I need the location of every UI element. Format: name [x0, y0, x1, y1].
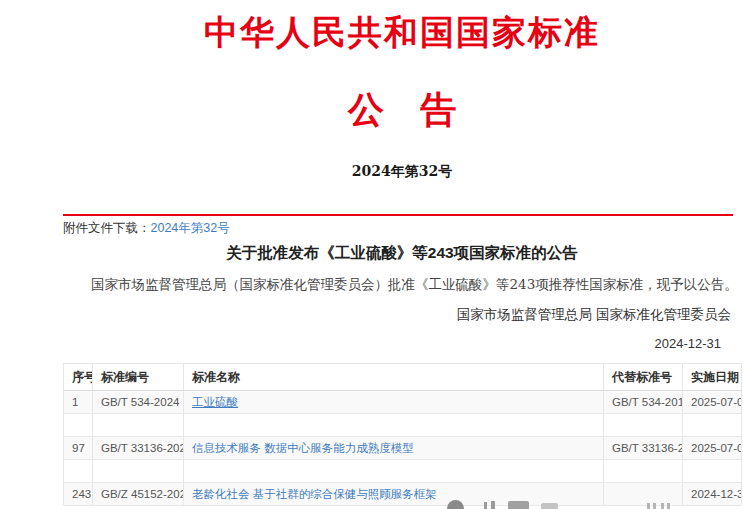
cell-replaces [604, 483, 683, 506]
notice-body: 国家市场监督管理总局（国家标准化管理委员会）批准《工业硫酸》等243项推荐性国家… [63, 275, 741, 293]
attachment-download-link[interactable]: 2024年第32号 [151, 221, 230, 235]
cell-code: GB/Z 45152-2024 [93, 483, 184, 506]
col-header-name: 标准名称 [184, 364, 604, 391]
page-title: 中华人民共和国国家标准 [33, 10, 743, 56]
cell-replaces [604, 414, 683, 437]
cell-date: 2025-07-01 [683, 391, 742, 414]
table-row-empty [64, 414, 742, 437]
cell-replaces: GB/T 534-2014 [604, 391, 683, 414]
standard-link[interactable]: 信息技术服务 数据中心服务能力成熟度模型 [192, 442, 414, 454]
partial-glyph-icon[interactable] [484, 502, 487, 509]
attachment-row: 附件文件下载：2024年第32号 [63, 220, 741, 237]
cell-name [184, 460, 604, 483]
cell-date: 2024-12-31 [683, 483, 742, 506]
table-header-row: 序号 标准编号 标准名称 代替标准号 实施日期 [64, 364, 742, 391]
col-header-code: 标准编号 [93, 364, 184, 391]
announcement-page: 中华人民共和国国家标准 公 告 2024年第32号 附件文件下载：2024年第3… [0, 0, 743, 509]
col-header-date: 实施日期 [683, 364, 742, 391]
cell-seq: 97 [64, 437, 93, 460]
notice-title: 关于批准发布《工业硫酸》等243项国家标准的公告 [63, 243, 741, 264]
cell-seq: 1 [64, 391, 93, 414]
cell-name [184, 414, 604, 437]
standards-table-wrap: 序号 标准编号 标准名称 代替标准号 实施日期 1 GB/T 534-2024 … [63, 363, 742, 506]
table-row: 243 GB/Z 45152-2024 老龄化社会 基于社群的综合保健与照顾服务… [64, 483, 742, 506]
issue-number: 2024年第32号 [33, 163, 743, 181]
partial-text-fragment [653, 503, 656, 509]
col-header-replaces: 代替标准号 [604, 364, 683, 391]
cell-date [683, 414, 742, 437]
cell-code [93, 460, 184, 483]
cell-seq [64, 414, 93, 437]
table-row: 1 GB/T 534-2024 工业硫酸 GB/T 534-2014 2025-… [64, 391, 742, 414]
cell-replaces: GB/T 33136-2016 [604, 437, 683, 460]
partial-text-fragment [667, 503, 670, 509]
standard-link[interactable]: 工业硫酸 [192, 396, 238, 408]
partial-button-icon[interactable] [541, 503, 558, 509]
cell-code: GB/T 33136-2024 [93, 437, 184, 460]
cell-replaces [604, 460, 683, 483]
cell-date [683, 460, 742, 483]
partial-text-fragment [661, 503, 664, 509]
cell-name: 信息技术服务 数据中心服务能力成熟度模型 [184, 437, 604, 460]
col-header-seq: 序号 [64, 364, 93, 391]
table-row: 97 GB/T 33136-2024 信息技术服务 数据中心服务能力成熟度模型 … [64, 437, 742, 460]
partial-glyph-icon[interactable] [491, 501, 495, 509]
notice-signature: 国家市场监督管理总局 国家标准化管理委员会 [63, 306, 741, 324]
cell-name: 老龄化社会 基于社群的综合保健与照顾服务框架 [184, 483, 604, 506]
red-divider [63, 214, 733, 216]
cell-seq: 243 [64, 483, 93, 506]
partial-text-fragment [647, 503, 650, 509]
cell-name: 工业硫酸 [184, 391, 604, 414]
attachment-label: 附件文件下载： [63, 221, 151, 235]
table-row-empty [64, 460, 742, 483]
cell-seq [64, 460, 93, 483]
notice-date: 2024-12-31 [63, 336, 741, 351]
cell-code: GB/T 534-2024 [93, 391, 184, 414]
standards-table: 序号 标准编号 标准名称 代替标准号 实施日期 1 GB/T 534-2024 … [63, 363, 742, 506]
partial-button-icon[interactable] [508, 501, 529, 509]
page-subtitle: 公 告 [33, 86, 743, 135]
cell-code [93, 414, 184, 437]
cell-date: 2025-07-01 [683, 437, 742, 460]
standard-link[interactable]: 老龄化社会 基于社群的综合保健与照顾服务框架 [192, 488, 437, 500]
